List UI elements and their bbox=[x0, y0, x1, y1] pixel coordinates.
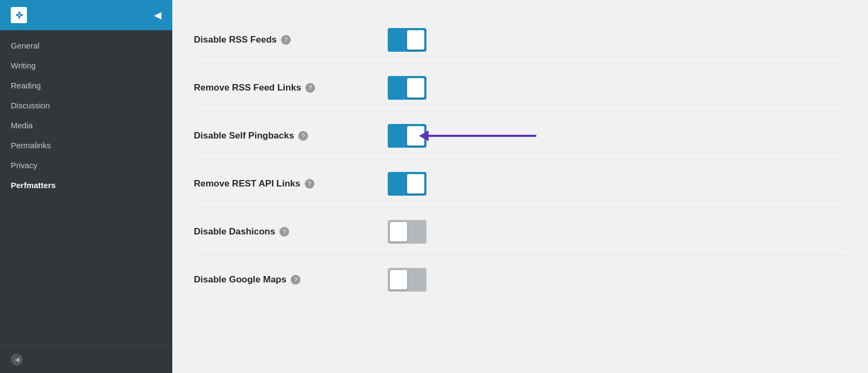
toggle-wrapper-disable-dashicons bbox=[388, 220, 426, 244]
toggle-knob-disable-dashicons bbox=[390, 222, 407, 241]
toggle-knob-remove-rest-api-links bbox=[407, 174, 424, 194]
sidebar: ✜ ◀ GeneralWritingReadingDiscussionMedia… bbox=[0, 0, 172, 373]
toggle-knob-disable-google-maps bbox=[390, 270, 407, 289]
setting-label-remove-rest-api-links: Remove REST API Links? bbox=[194, 178, 377, 189]
setting-label-remove-rss-feed-links: Remove RSS Feed Links? bbox=[194, 82, 377, 93]
arrow-head bbox=[419, 130, 429, 141]
toggle-wrapper-disable-rss-feeds bbox=[388, 28, 426, 52]
help-icon-disable-dashicons[interactable]: ? bbox=[279, 227, 289, 237]
toggle-disable-google-maps[interactable] bbox=[388, 268, 426, 292]
sidebar-item-privacy[interactable]: Privacy bbox=[0, 155, 172, 175]
toggle-wrapper-disable-google-maps bbox=[388, 268, 426, 292]
toggle-disable-rss-feeds[interactable] bbox=[388, 28, 426, 52]
help-icon-remove-rest-api-links[interactable]: ? bbox=[305, 179, 314, 189]
setting-label-text-remove-rss-feed-links: Remove RSS Feed Links bbox=[194, 82, 301, 93]
toggle-remove-rest-api-links[interactable] bbox=[388, 172, 426, 196]
settings-row-disable-dashicons: Disable Dashicons? bbox=[194, 208, 846, 256]
sidebar-item-general[interactable]: General bbox=[0, 36, 172, 56]
setting-label-disable-rss-feeds: Disable RSS Feeds? bbox=[194, 34, 377, 45]
toggle-knob-disable-rss-feeds bbox=[407, 30, 424, 50]
help-icon-disable-google-maps[interactable]: ? bbox=[291, 275, 300, 285]
setting-label-disable-google-maps: Disable Google Maps? bbox=[194, 274, 377, 285]
setting-label-text-disable-self-pingbacks: Disable Self Pingbacks bbox=[194, 130, 294, 141]
sidebar-item-permalinks[interactable]: Permalinks bbox=[0, 135, 172, 155]
setting-label-text-disable-dashicons: Disable Dashicons bbox=[194, 226, 275, 237]
arrow-line bbox=[429, 135, 536, 137]
setting-label-text-remove-rest-api-links: Remove REST API Links bbox=[194, 178, 300, 189]
collapse-icon: ◀ bbox=[11, 354, 23, 365]
setting-label-text-disable-rss-feeds: Disable RSS Feeds bbox=[194, 34, 277, 45]
setting-label-disable-self-pingbacks: Disable Self Pingbacks? bbox=[194, 130, 377, 141]
settings-row-disable-google-maps: Disable Google Maps? bbox=[194, 256, 846, 303]
toggle-wrapper-remove-rss-feed-links bbox=[388, 76, 426, 100]
toggle-remove-rss-feed-links[interactable] bbox=[388, 76, 426, 100]
collapse-menu-button[interactable]: ◀ bbox=[0, 346, 172, 373]
help-icon-disable-rss-feeds[interactable]: ? bbox=[281, 35, 291, 45]
sidebar-item-perfmatters[interactable]: Perfmatters bbox=[0, 175, 172, 195]
settings-row-disable-rss-feeds: Disable RSS Feeds? bbox=[194, 16, 846, 64]
settings-row-remove-rest-api-links: Remove REST API Links? bbox=[194, 160, 846, 208]
sidebar-item-discussion[interactable]: Discussion bbox=[0, 95, 172, 115]
setting-label-text-disable-google-maps: Disable Google Maps bbox=[194, 274, 286, 285]
settings-row-remove-rss-feed-links: Remove RSS Feed Links? bbox=[194, 64, 846, 112]
settings-row-disable-self-pingbacks: Disable Self Pingbacks? bbox=[194, 112, 846, 160]
sidebar-item-media[interactable]: Media bbox=[0, 115, 172, 135]
sidebar-header: ✜ ◀ bbox=[0, 0, 172, 30]
toggle-knob-remove-rss-feed-links bbox=[407, 78, 424, 98]
sidebar-logo: ✜ bbox=[11, 7, 27, 23]
sidebar-item-reading[interactable]: Reading bbox=[0, 75, 172, 95]
setting-label-disable-dashicons: Disable Dashicons? bbox=[194, 226, 377, 237]
sidebar-nav: GeneralWritingReadingDiscussionMediaPerm… bbox=[0, 30, 172, 346]
help-icon-remove-rss-feed-links[interactable]: ? bbox=[305, 83, 315, 93]
main-content: Disable RSS Feeds?Remove RSS Feed Links?… bbox=[172, 0, 868, 373]
arrow-annotation bbox=[420, 130, 536, 141]
toggle-wrapper-remove-rest-api-links bbox=[388, 172, 426, 196]
sidebar-collapse-arrow[interactable]: ◀ bbox=[154, 9, 162, 21]
toggle-disable-dashicons[interactable] bbox=[388, 220, 426, 244]
sidebar-item-writing[interactable]: Writing bbox=[0, 56, 172, 75]
help-icon-disable-self-pingbacks[interactable]: ? bbox=[298, 131, 308, 141]
